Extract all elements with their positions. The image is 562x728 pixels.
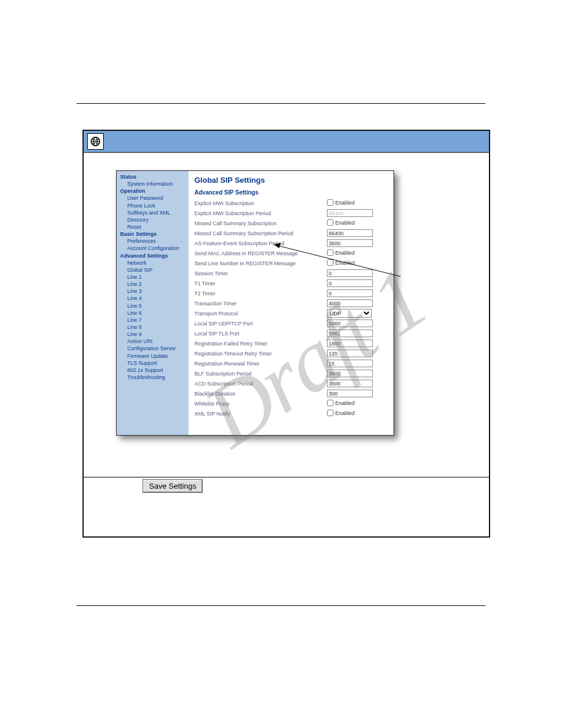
- checkbox-send-line-register[interactable]: Enabled: [327, 259, 355, 266]
- label-as-feature-event-period: AS-Feature-Event Subscription Period: [194, 241, 327, 246]
- label-blf-period: BLF Subscription Period: [194, 371, 327, 377]
- sidebar-header-advanced: Advanced Settings: [120, 252, 189, 259]
- checkbox-send-mac-register[interactable]: Enabled: [327, 249, 355, 256]
- sidebar-item-tls-support[interactable]: TLS Support: [120, 360, 189, 367]
- input-t1-timer[interactable]: [327, 279, 373, 287]
- label-xml-sip-notify: XML SIP Notify: [194, 411, 327, 417]
- label-transport-protocol: Transport Protocol: [194, 311, 327, 317]
- label-missed-call-sub: Missed Call Summary Subscription: [194, 220, 327, 226]
- input-t2-timer[interactable]: [327, 289, 373, 297]
- label-missed-call-period: Missed Call Summary Subscription Period: [194, 230, 327, 236]
- label-transaction-timer: Transaction Timer: [194, 301, 327, 307]
- sidebar-item-action-uri[interactable]: Action URI: [120, 338, 189, 345]
- sidebar-item-global-sip[interactable]: Global SIP: [120, 266, 189, 274]
- label-reg-renewal: Registration Renewal Timer: [194, 361, 327, 367]
- label-explicit-mwi-sub: Explicit MWI Subscription: [194, 200, 327, 206]
- app-window: Status System Information Operation User…: [82, 130, 490, 538]
- sidebar-item-directory[interactable]: Directory: [120, 216, 189, 223]
- sidebar-item-line2[interactable]: Line 2: [120, 281, 189, 288]
- sidebar-header-operation: Operation: [120, 187, 189, 195]
- label-send-line-register: Send Line Number in REGISTER Message: [194, 261, 327, 266]
- settings-panel: Status System Information Operation User…: [116, 170, 394, 436]
- checkbox-explicit-mwi-sub[interactable]: Enabled: [327, 199, 355, 206]
- label-local-sip-udptcp-port: Local SIP UDP/TCP Port: [194, 321, 327, 327]
- sidebar-item-system-information[interactable]: System Information: [120, 180, 189, 187]
- sidebar-item-8021x-support[interactable]: 802.1x Support: [120, 367, 189, 374]
- input-reg-failed-retry[interactable]: [327, 340, 373, 347]
- titlebar: [84, 131, 489, 153]
- input-blacklist-duration[interactable]: [327, 390, 373, 397]
- section-title: Advanced SIP Settings: [194, 189, 388, 196]
- sidebar-header-basic: Basic Settings: [120, 230, 189, 238]
- sidebar-item-line1[interactable]: Line 1: [120, 274, 189, 281]
- sidebar-item-user-password[interactable]: User Password: [120, 195, 189, 202]
- save-settings-button[interactable]: Save Settings: [143, 479, 203, 493]
- label-reg-timeout-retry: Registration Timeout Retry Timer: [194, 351, 327, 357]
- globe-icon: [87, 133, 104, 150]
- checkbox-missed-call-sub[interactable]: Enabled: [327, 219, 355, 226]
- label-blacklist-duration: Blacklist Duration: [194, 391, 327, 397]
- sidebar-item-preferences[interactable]: Preferences: [120, 238, 189, 245]
- sidebar-item-line9[interactable]: Line 9: [120, 331, 189, 338]
- sidebar-item-configuration-server[interactable]: Configuration Server: [120, 345, 189, 352]
- sidebar-item-troubleshooting[interactable]: Troubleshooting: [120, 374, 189, 381]
- input-session-timer[interactable]: [327, 269, 373, 277]
- input-acd-period[interactable]: [327, 380, 373, 387]
- label-whitelist-proxy: Whitelist Proxy: [194, 401, 327, 407]
- label-t2-timer: T2 Timer: [194, 291, 327, 297]
- sidebar-item-firmware-update[interactable]: Firmware Update: [120, 353, 189, 360]
- sidebar-item-network[interactable]: Network: [120, 259, 189, 266]
- sidebar-item-line3[interactable]: Line 3: [120, 288, 189, 295]
- main-content: Global SIP Settings Advanced SIP Setting…: [189, 171, 394, 435]
- checkbox-xml-sip-notify[interactable]: Enabled: [327, 410, 355, 416]
- input-reg-timeout-retry[interactable]: [327, 350, 373, 357]
- sidebar-item-line7[interactable]: Line 7: [120, 317, 189, 324]
- sidebar-header-status: Status: [120, 173, 189, 180]
- sidebar-item-line5[interactable]: Line 5: [120, 302, 189, 309]
- sidebar-item-line8[interactable]: Line 8: [120, 324, 189, 331]
- input-reg-renewal[interactable]: [327, 360, 373, 367]
- sidebar-item-line4[interactable]: Line 4: [120, 295, 189, 302]
- sidebar-item-softkeys-xml[interactable]: Softkeys and XML: [120, 209, 189, 216]
- input-local-sip-udptcp-port[interactable]: [327, 319, 373, 327]
- input-local-sip-tls-port[interactable]: [327, 330, 373, 337]
- checkbox-whitelist-proxy[interactable]: Enabled: [327, 400, 355, 406]
- sidebar-item-reset[interactable]: Reset: [120, 223, 189, 230]
- sidebar-item-line6[interactable]: Line 6: [120, 309, 189, 317]
- label-t1-timer: T1 Timer: [194, 281, 327, 286]
- sidebar: Status System Information Operation User…: [117, 171, 189, 435]
- sidebar-item-account-configuration[interactable]: Account Configuration: [120, 245, 189, 252]
- label-send-mac-register: Send MAC Address in REGISTER Message: [194, 251, 327, 256]
- page-title: Global SIP Settings: [194, 176, 388, 185]
- input-transaction-timer[interactable]: [327, 299, 373, 307]
- label-acd-period: ACD Subscription Period: [194, 381, 327, 387]
- input-blf-period[interactable]: [327, 370, 373, 377]
- input-missed-call-period[interactable]: [327, 229, 373, 237]
- label-explicit-mwi-period: Explicit MWI Subscription Period: [194, 210, 327, 216]
- label-local-sip-tls-port: Local SIP TLS Port: [194, 331, 327, 337]
- label-session-timer: Session Timer: [194, 271, 327, 276]
- sidebar-item-phone-lock[interactable]: Phone Lock: [120, 202, 189, 209]
- input-explicit-mwi-period[interactable]: [327, 209, 373, 217]
- label-reg-failed-retry: Registration Failed Retry Timer: [194, 341, 327, 347]
- input-as-feature-event-period[interactable]: [327, 239, 373, 247]
- select-transport-protocol[interactable]: UDP: [327, 309, 372, 318]
